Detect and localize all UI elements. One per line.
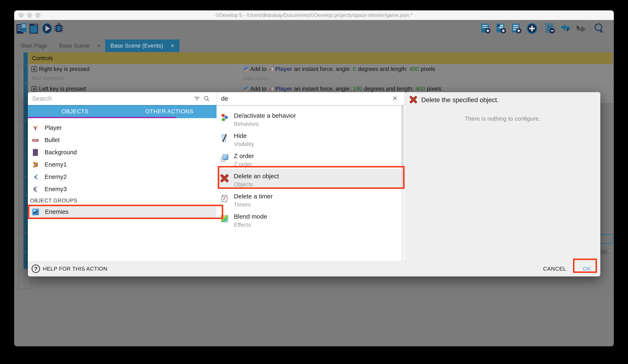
action-text: Add to	[250, 86, 266, 92]
window-title: GDevelop 5 - /Users/dkarakay/Documents/G…	[14, 10, 614, 20]
list-item-bullet[interactable]: Bullet	[28, 134, 217, 146]
action-value: 0	[353, 66, 356, 72]
tab-label: OTHER ACTIONS	[145, 108, 193, 115]
action-value: 400	[409, 66, 419, 72]
remove-event-icon[interactable]	[544, 22, 556, 35]
action-search-field[interactable]: de ×	[217, 92, 404, 105]
undo-icon[interactable]	[560, 22, 571, 35]
close-tab-icon[interactable]: ×	[171, 40, 174, 52]
action-category: Timers	[234, 202, 251, 208]
scene-editor-icon[interactable]	[28, 22, 39, 35]
action-item-blend-mode[interactable]: Blend mode Effects	[217, 209, 402, 229]
filter-icon[interactable]	[194, 95, 200, 102]
tab-start-page[interactable]: Start Page	[14, 40, 54, 52]
add-action-button[interactable]: Add action	[243, 75, 269, 81]
action-detail-panel: Delete the specified object. There is no…	[404, 92, 600, 261]
player-ship-icon	[32, 124, 39, 132]
action-item-hide[interactable]: Hide Visibility	[217, 128, 402, 148]
add-condition-button[interactable]: Add condition	[31, 75, 64, 81]
action-text: pixels	[421, 66, 435, 72]
action-category: Visibility	[234, 141, 254, 147]
object-search-field[interactable]: Search	[28, 92, 217, 105]
desktop: GDevelop 5 - /Users/dkarakay/Documents/G…	[0, 0, 628, 364]
clear-search-icon[interactable]: ×	[392, 92, 397, 105]
object-label: Background	[45, 149, 77, 156]
object-label: Enemy3	[45, 186, 67, 193]
action-item-delete-timer[interactable]: Delete a timer Timers	[217, 189, 402, 209]
action-value: 180	[353, 86, 362, 92]
toolbar-separator	[591, 23, 591, 34]
behavior-icon	[220, 113, 229, 122]
keyboard-key-icon: A	[31, 86, 37, 92]
play-icon[interactable]	[42, 22, 53, 35]
action-item-deactivate-behavior[interactable]: De/activate a behavior Behaviors	[217, 108, 402, 128]
keyboard-key-icon: A	[31, 66, 37, 72]
object-reference: Player	[275, 86, 292, 92]
search-icon[interactable]	[203, 95, 210, 102]
condition-text: Right key is pressed	[39, 66, 89, 72]
object-reference: Player	[275, 66, 292, 72]
action-category: Behaviors	[234, 121, 259, 127]
tab-label: OBJECTS	[61, 108, 88, 115]
annotation-box-enemies-group	[28, 205, 223, 219]
action-item-z-order[interactable]: Z order Z order	[217, 148, 402, 169]
z-order-icon	[220, 154, 229, 163]
redo-icon[interactable]	[575, 22, 587, 35]
object-label: Enemy2	[45, 174, 67, 180]
nothing-to-configure-message: There is nothing to configure.	[404, 116, 600, 122]
hide-icon	[220, 133, 229, 142]
tab-other-actions[interactable]: OTHER ACTIONS	[122, 105, 217, 118]
player-thumbnail-icon	[268, 67, 273, 72]
action-text: pixels	[427, 86, 441, 92]
annotation-box-delete-object	[218, 166, 404, 189]
action-title: Blend mode	[234, 213, 267, 220]
force-action-icon	[243, 86, 248, 92]
list-item-background[interactable]: Background	[28, 146, 217, 159]
action-text: an instant force, angle:	[294, 86, 351, 92]
object-label: Bullet	[45, 137, 60, 143]
list-item-player[interactable]: Player	[28, 122, 217, 134]
background-icon	[32, 149, 39, 156]
enemy2-ship-icon	[32, 173, 39, 181]
close-tab-icon[interactable]: ×	[97, 40, 101, 52]
clipped-add-button[interactable]: dd...	[601, 248, 612, 255]
dialog-footer: ? HELP FOR THIS ACTION CANCEL OK	[28, 261, 600, 276]
action-title: Hide	[234, 132, 247, 139]
toolbar-separator	[541, 23, 542, 34]
help-button-label[interactable]: HELP FOR THIS ACTION	[43, 261, 107, 276]
tab-base-scene-events[interactable]: Base Scene (Events) ×	[105, 40, 179, 52]
action-cell[interactable]: Add to Player an instant force, angle: 0…	[240, 64, 613, 83]
add-circle-icon[interactable]	[526, 22, 538, 35]
object-search-placeholder: Search	[32, 92, 52, 105]
action-category: Effects	[234, 222, 251, 228]
search-icon[interactable]	[593, 22, 605, 35]
action-title: De/activate a behavior	[234, 112, 296, 119]
tab-objects[interactable]: OBJECTS	[28, 105, 122, 118]
tab-indicator	[28, 117, 176, 118]
titlebar[interactable]: GDevelop 5 - /Users/dkarakay/Documents/G…	[14, 10, 614, 20]
debug-icon[interactable]	[53, 22, 64, 35]
toolbar-separator	[40, 23, 40, 34]
project-manager-icon[interactable]	[16, 22, 27, 35]
action-text: degrees and length:	[358, 66, 407, 72]
add-subevent-icon[interactable]	[495, 22, 507, 35]
action-text: an instant force, angle:	[294, 66, 351, 72]
condition-cell[interactable]: A Right key is pressed Add condition	[29, 64, 240, 83]
delete-icon	[409, 95, 417, 104]
help-button[interactable]: ?	[32, 265, 40, 273]
list-item-enemy2[interactable]: Enemy2	[28, 171, 217, 183]
tab-label: Base Scene (Events)	[110, 40, 163, 52]
tab-base-scene[interactable]: Base Scene ×	[55, 40, 105, 52]
list-item-enemy3[interactable]: Enemy3	[28, 183, 217, 195]
cancel-button[interactable]: CANCEL	[540, 261, 569, 276]
event-group-header[interactable]: Controls	[29, 53, 613, 64]
condition-text: Left key is pressed	[39, 86, 86, 92]
add-event-icon[interactable]	[480, 22, 492, 35]
tab-label: Start Page	[21, 40, 47, 52]
force-action-icon	[243, 66, 248, 72]
list-item-enemy1[interactable]: Enemy1	[28, 159, 217, 171]
action-text: degrees and length:	[364, 86, 414, 92]
action-search-value: de	[221, 92, 228, 105]
add-comment-icon[interactable]	[511, 22, 522, 35]
action-value: 400	[416, 86, 425, 92]
